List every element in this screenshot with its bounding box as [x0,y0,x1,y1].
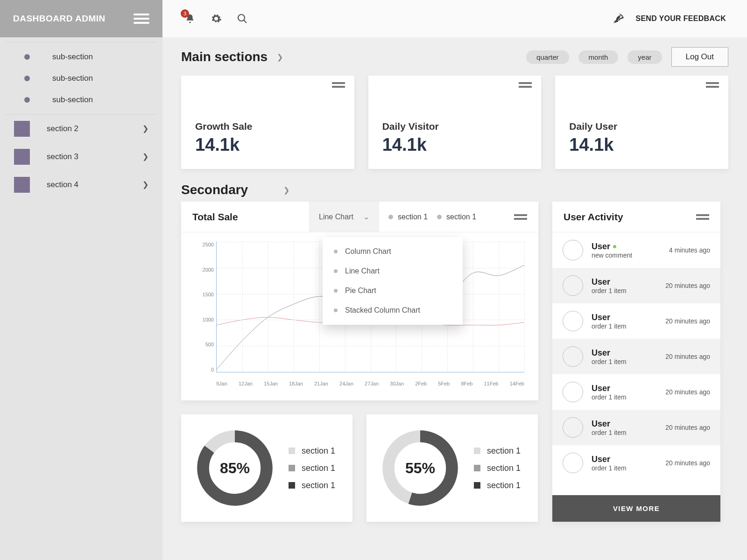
main-area: 3 SEND YOUR FEEDBACK Main sections ❯ qua… [162,0,747,560]
drag-handle-icon[interactable] [332,82,345,88]
donut-percent: 55% [381,428,460,508]
dropdown-option-label: Column Chart [345,247,391,256]
secondary-title: Secondary [181,182,248,197]
view-more-button[interactable]: VIEW MORE [552,495,720,522]
activity-time: 20 minutes ago [665,317,710,325]
activity-action: order 1 item [592,393,657,401]
gear-icon [211,13,222,24]
kpi-title: Daily User [569,121,714,132]
search-button[interactable] [236,12,249,25]
sidebar-item-section-4[interactable]: section 4 ❯ [0,171,162,199]
avatar [563,417,583,438]
drag-handle-icon[interactable] [696,214,709,220]
sidebar-sub-3[interactable]: sub-section [6,89,157,111]
dropdown-option-column[interactable]: Column Chart [323,242,463,261]
dropdown-option-pie[interactable]: Pie Chart [323,281,463,301]
brand-bar: DASHBOARD ADMIN [0,0,162,37]
notifications-button[interactable]: 3 [183,12,197,25]
notification-badge: 3 [181,9,189,18]
legend-item: section 1 [289,463,335,473]
activity-action: order 1 item [592,464,657,472]
chart-type-label: Line Chart [319,213,353,221]
kpi-value: 14.1k [195,135,340,155]
section-icon [14,177,30,193]
sidebar-sub-1[interactable]: sub-section [6,46,157,68]
legend-item: section 1 [474,463,521,473]
drag-handle-icon[interactable] [519,82,532,88]
svg-point-0 [238,14,245,21]
drag-handle-icon[interactable] [514,214,527,220]
activity-action: order 1 item [592,429,657,436]
chart-type-dropdown: Column Chart Line Chart Pie Chart Stacke… [323,237,463,325]
legend-item: section 1 [437,213,476,221]
main-sections-title: Main sections [181,49,268,64]
sidebar-item-section-2[interactable]: section 2 ❯ [0,115,162,143]
y-axis: 25002000150010005000 [195,242,214,372]
activity-header: User Activity [552,202,720,232]
dropdown-option-label: Pie Chart [345,287,376,295]
sidebar-sub-2[interactable]: sub-section [6,68,157,89]
kpi-value: 14.1k [382,135,528,155]
kpi-title: Daily Visitor [382,121,528,132]
activity-row[interactable]: Userorder 1 item20 minutes ago [552,303,720,339]
sidebar-sub-label: sub-section [52,74,93,83]
menu-icon[interactable] [134,14,149,24]
dropdown-option-stacked[interactable]: Stacked Column Chart [323,301,463,320]
activity-row[interactable]: Userorder 1 item20 minutes ago [552,374,720,410]
feedback-link[interactable]: SEND YOUR FEEDBACK [635,14,726,23]
legend-item: section 1 [289,446,335,456]
activity-title: User Activity [564,211,623,223]
legend-item: section 1 [289,481,335,490]
avatar [563,346,583,367]
logout-button[interactable]: Log Out [671,47,729,67]
rocket-icon[interactable] [612,12,625,25]
activity-time: 4 minutes ago [669,246,710,254]
activity-action: order 1 item [592,322,657,330]
filter-year[interactable]: year [627,50,662,64]
chevron-right-icon: ❯ [142,152,148,161]
activity-action: order 1 item [592,287,657,294]
filter-quarter[interactable]: quarter [526,50,569,64]
sidebar-item-label: section 4 [47,180,142,189]
search-icon [237,13,248,24]
activity-user: User [592,419,657,429]
topbar: 3 SEND YOUR FEEDBACK [162,0,747,37]
settings-button[interactable] [210,12,223,25]
activity-time: 20 minutes ago [665,459,710,467]
bullet-icon [24,54,30,60]
filter-month[interactable]: month [578,50,619,64]
sidebar-sub-label: sub-section [52,95,93,105]
activity-row[interactable]: Userorder 1 item20 minutes ago [552,339,720,374]
activity-user: User [592,455,657,464]
legend-label: section 1 [398,213,428,221]
chevron-right-icon: ❯ [142,124,148,133]
kpi-value: 14.1k [569,135,714,155]
activity-action: order 1 item [592,358,657,365]
bullet-icon [24,76,30,81]
activity-time: 20 minutes ago [665,388,710,396]
x-axis: 9Jan12Jan15Jan18Jan21Jan24Jan27Jan30Jan2… [216,381,524,386]
online-dot-icon [613,245,616,248]
donut-card-2: 55% section 1 section 1 section 1 [366,414,538,522]
kpi-card-daily-visitor: Daily Visitor 14.1k [368,76,542,169]
activity-row[interactable]: Userorder 1 item20 minutes ago [552,445,720,481]
sidebar-item-section-3[interactable]: section 3 ❯ [0,143,162,171]
content: Main sections ❯ quarter month year Log O… [162,37,747,527]
sidebar-item-label: section 2 [47,124,142,133]
chevron-right-icon[interactable]: ❯ [277,53,283,62]
activity-row[interactable]: Usernew comment4 minutes ago [552,232,720,268]
legend-label: section 1 [446,213,476,221]
dropdown-option-line[interactable]: Line Chart [323,261,463,281]
avatar [563,453,583,473]
user-activity-card: User Activity Usernew comment4 minutes a… [552,202,720,522]
sidebar-subs: sub-section sub-section sub-section [6,42,157,115]
avatar [563,240,583,260]
activity-row[interactable]: Userorder 1 item20 minutes ago [552,410,720,445]
chevron-right-icon[interactable]: ❯ [283,186,289,195]
drag-handle-icon[interactable] [706,82,719,88]
sidebar-item-label: section 3 [47,152,142,161]
avatar [563,275,583,296]
kpi-title: Growth Sale [195,121,340,132]
chart-type-select[interactable]: Line Chart ⌄ [309,202,379,232]
activity-row[interactable]: Userorder 1 item20 minutes ago [552,268,720,303]
